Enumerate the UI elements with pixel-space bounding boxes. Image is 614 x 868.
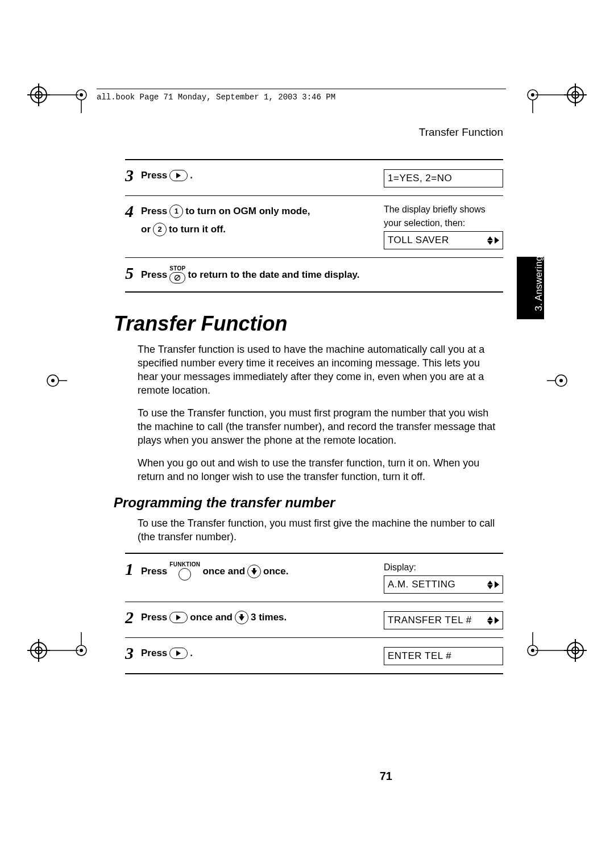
step-row: 3 Press . ENTER TEL # xyxy=(125,637,503,673)
play-key-icon xyxy=(169,170,188,181)
key-1-icon: 1 xyxy=(169,205,183,218)
step-row: 1 Press FUNKTION once and once. Display:… xyxy=(125,553,503,602)
play-key-icon xyxy=(169,648,188,659)
step-number: 4 xyxy=(125,204,141,219)
stop-key-icon: STOP xyxy=(169,266,185,283)
lcd-text: TOLL SAVER xyxy=(388,235,449,246)
step-text: Press xyxy=(141,610,167,625)
chapter-tab-line2: Machine xyxy=(542,265,553,302)
play-key-icon xyxy=(169,612,188,623)
nav-arrows-icon xyxy=(487,236,499,245)
step-text: Press xyxy=(141,268,167,282)
step-text: Press xyxy=(141,204,167,219)
step-text: or xyxy=(141,222,151,237)
svg-point-28 xyxy=(80,649,83,652)
step-row: 4 Press 1 to turn on OGM only mode, or 2… xyxy=(125,195,503,257)
svg-point-14 xyxy=(531,93,534,97)
page-body: 3 Press . 1=YES, 2=NO 4 Press 1 to turn … xyxy=(125,159,503,674)
down-key-icon xyxy=(235,611,248,624)
step-text: once. xyxy=(263,564,288,579)
svg-point-6 xyxy=(80,93,83,97)
lcd-display: TOLL SAVER xyxy=(384,231,503,249)
step-text: 3 times. xyxy=(251,610,287,625)
display-note: The display briefly shows xyxy=(384,204,503,215)
chapter-tab: 3. Answering Machine xyxy=(517,257,544,319)
svg-point-36 xyxy=(531,649,534,652)
crop-mark-top-right xyxy=(524,82,587,116)
step-text: Press xyxy=(141,564,167,579)
body-paragraph: To use the Transfer function, you must f… xyxy=(138,516,501,544)
step-text: once and xyxy=(202,564,245,579)
step-row: 2 Press once and 3 times. TRANSFER TEL # xyxy=(125,602,503,637)
step-text: to return to the date and time display. xyxy=(188,268,360,282)
display-note: Display: xyxy=(384,562,503,573)
lcd-display: 1=YES, 2=NO xyxy=(384,169,503,187)
lcd-display: ENTER TEL # xyxy=(384,647,503,665)
lcd-display: TRANSFER TEL # xyxy=(384,611,503,629)
crop-mark-bottom-left xyxy=(27,629,90,663)
header-rule xyxy=(97,89,506,89)
lcd-text: 1=YES, 2=NO xyxy=(388,173,452,184)
step-text: . xyxy=(190,168,193,183)
step-number: 3 xyxy=(125,646,141,661)
lcd-text: TRANSFER TEL # xyxy=(388,615,472,626)
crop-mark-bottom-right xyxy=(524,629,587,663)
step-text: once and xyxy=(190,610,233,625)
section-title: Transfer Function xyxy=(114,312,503,336)
svg-point-20 xyxy=(559,379,563,382)
down-key-icon xyxy=(247,565,261,578)
lcd-text: A.M. SETTING xyxy=(388,579,455,590)
step-number: 1 xyxy=(125,562,141,577)
body-paragraph: To use the Transfer function, you must f… xyxy=(138,406,501,447)
rule xyxy=(125,291,503,293)
svg-point-17 xyxy=(51,379,55,382)
lcd-display: A.M. SETTING xyxy=(384,575,503,594)
lcd-text: ENTER TEL # xyxy=(388,650,451,662)
step-text: . xyxy=(190,646,193,661)
svg-marker-41 xyxy=(239,614,244,621)
header-book-line: all.book Page 71 Monday, September 1, 20… xyxy=(97,93,335,102)
crop-mark-mid-left xyxy=(44,372,67,389)
step-number: 5 xyxy=(125,266,141,281)
step-number: 3 xyxy=(125,168,141,183)
nav-arrows-icon xyxy=(487,616,499,625)
subsection-title: Programming the transfer number xyxy=(114,495,503,511)
step-number: 2 xyxy=(125,610,141,625)
rule xyxy=(125,673,503,674)
step-row: 3 Press . 1=YES, 2=NO xyxy=(125,159,503,195)
step-text: Press xyxy=(141,646,167,661)
svg-marker-40 xyxy=(251,568,257,575)
body-paragraph: The Transfer function is used to have th… xyxy=(138,343,501,397)
step-text: to turn it off. xyxy=(169,222,226,237)
body-paragraph: When you go out and wish to use the tran… xyxy=(138,456,501,483)
display-note: your selection, then: xyxy=(384,218,503,229)
key-2-icon: 2 xyxy=(153,223,167,236)
page-number: 71 xyxy=(380,770,392,783)
nav-arrows-icon xyxy=(487,581,499,589)
step-text: to turn on OGM only mode, xyxy=(185,204,310,219)
step-row: 5 Press STOP to return to the date and t… xyxy=(125,257,503,291)
crop-mark-mid-right xyxy=(547,372,570,389)
crop-mark-top-left xyxy=(27,82,90,116)
funktion-key-icon: FUNKTION xyxy=(169,562,200,581)
running-header: Transfer Function xyxy=(419,126,503,139)
step-text: Press xyxy=(141,168,167,183)
